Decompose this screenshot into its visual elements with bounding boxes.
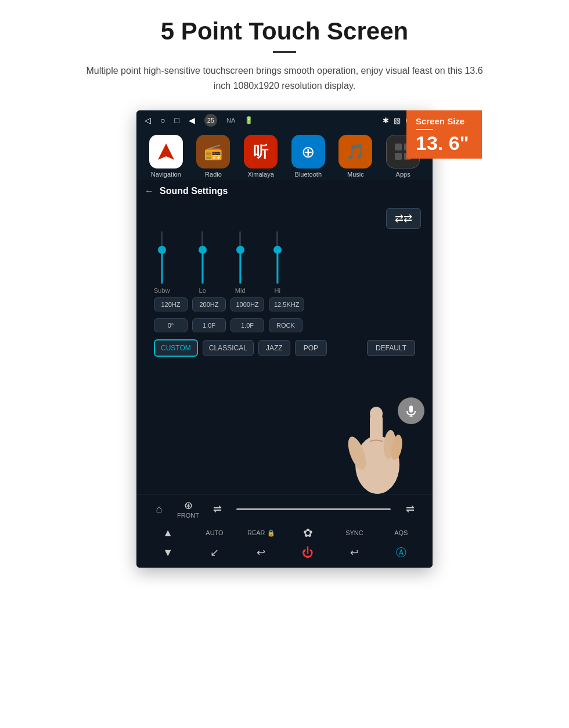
sound-header: ← Sound Settings bbox=[136, 180, 433, 202]
ctrl-down[interactable]: ▼ bbox=[153, 547, 182, 559]
default-button[interactable]: DEFAULT bbox=[367, 340, 415, 356]
slider-mid: Mid bbox=[235, 231, 246, 294]
hand-illustration bbox=[305, 366, 433, 494]
slider-label-lo: Lo bbox=[199, 287, 206, 294]
slider-lo: Lo bbox=[199, 231, 206, 294]
back-nav-icon[interactable]: ◁ bbox=[145, 116, 151, 125]
battery-icon: 🔋 bbox=[244, 116, 253, 124]
sound-settings-title: Sound Settings bbox=[160, 186, 228, 196]
svg-marker-0 bbox=[158, 144, 174, 160]
svg-rect-3 bbox=[395, 153, 402, 160]
signal-icon: ▧ bbox=[394, 116, 401, 125]
volume-icon: ◀ bbox=[189, 116, 195, 125]
app-label-apps: Apps bbox=[396, 171, 410, 178]
ctrl-shuffle-left[interactable]: ⇌ bbox=[203, 503, 232, 515]
app-item-radio[interactable]: 📻 Radio bbox=[192, 135, 235, 178]
page-title: 5 Point Touch Screen bbox=[161, 17, 408, 45]
screen-size-badge: Screen Size 13. 6" bbox=[406, 110, 482, 159]
preset-btn-classical[interactable]: CLASSICAL bbox=[203, 340, 254, 356]
app-item-music[interactable]: 🎵 Music bbox=[334, 135, 377, 178]
bottom-dark-area bbox=[136, 366, 433, 494]
slider-track-subw[interactable] bbox=[161, 231, 163, 284]
svg-point-10 bbox=[370, 407, 383, 421]
app-label-bluetooth: Bluetooth bbox=[295, 171, 322, 178]
app-row: Navigation 📻 Radio 听 Ximalaya ⊕ Bluetoot… bbox=[136, 130, 433, 180]
slider-hi: Hi bbox=[275, 231, 280, 294]
freq-row: 120HZ 200HZ 1000HZ 12.5KHZ bbox=[148, 294, 421, 315]
square-icon[interactable]: □ bbox=[174, 116, 179, 125]
bluetooth-icon: ⊕ bbox=[291, 135, 325, 168]
status-left: ◁ ○ □ ◀ 25 NA 🔋 bbox=[145, 114, 253, 127]
back-button[interactable]: ← bbox=[145, 186, 154, 196]
device-wrapper: Screen Size 13. 6" ◁ ○ □ ◀ 25 NA 🔋 ✱ ▧ 0… bbox=[12, 110, 557, 568]
app-item-navigation[interactable]: Navigation bbox=[144, 135, 188, 178]
badge-size: 13. 6" bbox=[416, 133, 473, 153]
phase-btn-0[interactable]: 0° bbox=[154, 318, 188, 332]
slider-track-lo[interactable] bbox=[201, 231, 203, 284]
app-label-navigation: Navigation bbox=[151, 171, 181, 178]
slider-track-hi[interactable] bbox=[276, 231, 278, 284]
badge-divider bbox=[416, 129, 433, 130]
phase-btn-1f-2[interactable]: 1.0F bbox=[231, 318, 264, 332]
phone-frame: ◁ ○ □ ◀ 25 NA 🔋 ✱ ▧ 08:35 bbox=[136, 110, 433, 568]
bottom-ctrl-row3: ▼ ↙ ↩ ⏻ ↩ Ⓐ bbox=[136, 542, 433, 568]
phase-btn-rock[interactable]: ROCK bbox=[269, 318, 302, 332]
badge-title: Screen Size bbox=[416, 116, 473, 126]
bottom-ctrl-row2: ▲ AUTO REAR 🔒 ✿ SYNC AQS bbox=[136, 523, 433, 542]
ctrl-home[interactable]: ⌂ bbox=[145, 503, 174, 515]
slider-label-subw: Subw bbox=[154, 287, 170, 294]
ctrl-front[interactable]: ⊛ FRONT bbox=[174, 499, 203, 519]
title-divider bbox=[273, 51, 296, 53]
eq-icon-button[interactable]: ⇄⇄ bbox=[386, 208, 421, 229]
freq-btn-120hz[interactable]: 120HZ bbox=[154, 297, 188, 311]
ctrl-auto[interactable]: AUTO bbox=[200, 529, 229, 536]
ctrl-up[interactable]: ▲ bbox=[153, 527, 182, 539]
ctrl-icon3[interactable]: ↩ bbox=[340, 546, 369, 559]
ximalaya-icon: 听 bbox=[244, 135, 278, 168]
eq-area: ⇄⇄ Subw bbox=[136, 202, 433, 366]
signal-text: NA bbox=[226, 117, 235, 124]
freq-btn-1000hz[interactable]: 1000HZ bbox=[231, 297, 264, 311]
sound-panel: ← Sound Settings ⇄⇄ Subw bbox=[136, 180, 433, 366]
home-circle-icon[interactable]: ○ bbox=[160, 116, 165, 125]
preset-btn-jazz[interactable]: JAZZ bbox=[258, 340, 290, 356]
preset-btn-custom[interactable]: CUSTOM bbox=[154, 339, 198, 357]
ctrl-icon2[interactable]: ↩ bbox=[247, 546, 276, 559]
svg-rect-1 bbox=[395, 144, 402, 150]
preset-row: CUSTOM CLASSICAL JAZZ POP DEFAULT bbox=[148, 336, 421, 360]
page-subtitle: Multiple point high-sensitive touchscree… bbox=[81, 63, 488, 93]
slider-subw: Subw bbox=[154, 231, 170, 294]
slider-label-hi: Hi bbox=[275, 287, 280, 294]
ctrl-progress-bar bbox=[236, 508, 391, 510]
phase-row: 0° 1.0F 1.0F ROCK bbox=[148, 315, 421, 336]
ctrl-icon4[interactable]: Ⓐ bbox=[387, 546, 416, 560]
freq-btn-12-5khz[interactable]: 12.5KHZ bbox=[269, 297, 304, 311]
app-label-ximalaya: Ximalaya bbox=[248, 171, 274, 178]
preset-btn-pop[interactable]: POP bbox=[295, 340, 327, 356]
app-item-ximalaya[interactable]: 听 Ximalaya bbox=[239, 135, 283, 178]
app-label-music: Music bbox=[347, 171, 364, 178]
ctrl-settings[interactable]: ✿ bbox=[293, 526, 322, 540]
music-icon: 🎵 bbox=[338, 135, 372, 168]
ctrl-sync[interactable]: SYNC bbox=[340, 529, 369, 536]
ctrl-aqs[interactable]: AQS bbox=[387, 529, 416, 536]
ctrl-rear[interactable]: REAR 🔒 bbox=[247, 529, 276, 537]
volume-number: 25 bbox=[204, 114, 217, 127]
ctrl-icon1[interactable]: ↙ bbox=[200, 546, 229, 559]
ctrl-power[interactable]: ⏻ bbox=[293, 546, 322, 560]
status-bar: ◁ ○ □ ◀ 25 NA 🔋 ✱ ▧ 08:35 bbox=[136, 110, 433, 130]
app-item-bluetooth[interactable]: ⊕ Bluetooth bbox=[286, 135, 330, 178]
slider-label-mid: Mid bbox=[235, 287, 246, 294]
radio-icon: 📻 bbox=[196, 135, 230, 168]
sliders-container: Subw Lo Mid bbox=[148, 225, 421, 294]
phase-btn-1f-1[interactable]: 1.0F bbox=[192, 318, 226, 332]
nav-icon bbox=[149, 135, 183, 168]
bottom-ctrl-row1: ⌂ ⊛ FRONT ⇌ ⇌ bbox=[136, 494, 433, 523]
app-label-radio: Radio bbox=[205, 171, 222, 178]
ctrl-shuffle-right[interactable]: ⇌ bbox=[395, 503, 424, 515]
slider-track-mid[interactable] bbox=[239, 231, 241, 284]
bluetooth-status-icon: ✱ bbox=[383, 116, 389, 125]
freq-btn-200hz[interactable]: 200HZ bbox=[192, 297, 226, 311]
